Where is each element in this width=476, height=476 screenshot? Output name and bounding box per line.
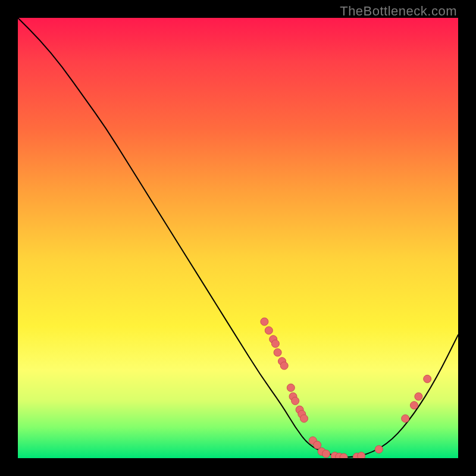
data-point: [271, 340, 279, 347]
data-point: [415, 393, 422, 400]
data-point: [424, 375, 431, 383]
data-point: [322, 450, 330, 458]
data-point: [411, 402, 418, 409]
data-point: [274, 349, 281, 356]
data-point: [375, 446, 383, 453]
data-point: [280, 362, 288, 369]
data-point: [292, 397, 299, 405]
bottleneck-curve: [18, 18, 458, 457]
data-point: [287, 384, 295, 392]
data-point: [314, 441, 321, 449]
data-point: [300, 415, 308, 422]
plot-area: [18, 18, 458, 458]
chart-stage: TheBottleneck.com: [0, 0, 476, 476]
data-point: [402, 415, 409, 422]
data-points: [261, 318, 431, 458]
chart-svg: [18, 18, 458, 458]
data-point: [340, 453, 347, 458]
data-point: [358, 452, 365, 458]
watermark-text: TheBottleneck.com: [340, 4, 457, 19]
data-point: [265, 327, 273, 334]
data-point: [261, 318, 268, 325]
